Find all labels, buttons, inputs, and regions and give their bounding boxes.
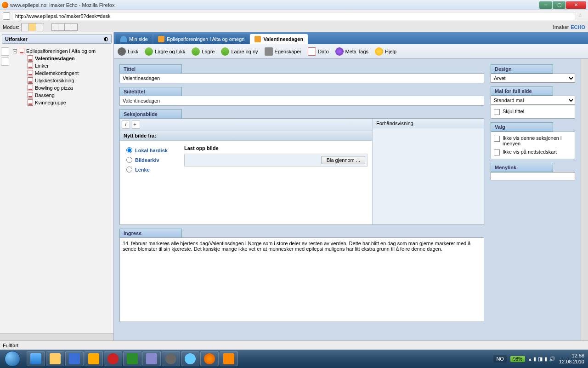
date-icon [308, 47, 316, 56]
source-option[interactable]: Lokal hardisk [126, 147, 178, 153]
view-btn-1[interactable] [52, 24, 58, 30]
date-button[interactable]: Dato [308, 47, 328, 56]
source-label: Bildearkiv [135, 157, 159, 163]
task-firefox[interactable] [200, 351, 219, 366]
system-tray: NO 98% ▴ ▮ ◨ ▮ 🔊 12:58 12.08.2010 [493, 353, 588, 365]
info-icon[interactable]: i [122, 121, 130, 129]
valg1-row[interactable]: Ikke vis denne seksjonen i menyen [493, 134, 573, 148]
upload-path-input[interactable] [187, 156, 319, 164]
tree-item[interactable]: Linker [27, 62, 112, 69]
clock-date: 12.08.2010 [559, 359, 584, 365]
tray-action-icon[interactable]: ◨ [538, 356, 543, 362]
help-icon [375, 47, 383, 56]
view-btn-4[interactable] [71, 24, 78, 30]
view-btn-3[interactable] [65, 24, 71, 30]
tree-item-label: Bowling og pizza [35, 85, 73, 91]
brand-imaker: imaker [553, 24, 569, 30]
radio-icon[interactable] [126, 157, 132, 163]
tray-flag-icon[interactable]: ▮ [533, 356, 536, 362]
modus-btn-3[interactable] [36, 23, 44, 31]
tree-toggle-icon[interactable]: − [13, 49, 17, 53]
task-explorer[interactable] [46, 351, 64, 366]
task-ie[interactable] [27, 351, 45, 366]
sidebar-title: Utforsker [5, 36, 28, 42]
design-select[interactable]: Arvet [491, 74, 575, 83]
task-itunes[interactable] [181, 351, 199, 366]
tittel-input[interactable] [119, 73, 484, 83]
close-button[interactable]: Lukk [118, 47, 138, 56]
tab-icon [158, 36, 164, 42]
add-image-icon[interactable]: ＋ [132, 121, 140, 129]
tree-item[interactable]: Ulykkesforsikning [27, 77, 112, 84]
page-icon [28, 77, 33, 84]
sidebar-hscroll[interactable] [0, 333, 113, 340]
task-calc[interactable] [142, 351, 161, 366]
valg2-row[interactable]: Ikke vis på nettstedskart [493, 148, 573, 157]
task-excel[interactable] [123, 351, 141, 366]
main: Min sideEpilepsiforeningen i Alta og ome… [114, 32, 588, 340]
clock[interactable]: 12:58 12.08.2010 [559, 353, 584, 365]
browse-button[interactable]: Bla gjennom ... [322, 156, 365, 164]
checkbox-icon [494, 150, 500, 155]
start-button[interactable] [0, 350, 25, 368]
view-btn-2[interactable] [58, 24, 65, 30]
save-icon [192, 47, 200, 56]
radio-icon[interactable] [126, 167, 132, 172]
tree-tool-icon[interactable] [1, 47, 9, 56]
radio-icon[interactable] [126, 147, 132, 153]
meta-icon [335, 47, 344, 56]
minimize-button[interactable]: ─ [539, 1, 552, 9]
tray-volume-icon[interactable]: 🔊 [549, 356, 555, 362]
source-option[interactable]: Lenke [126, 167, 178, 172]
tree-item[interactable]: Basseng [27, 92, 112, 99]
tray-network-icon[interactable]: ▮ [544, 356, 547, 362]
toolbar: Lukk Lagre og lukk Lagre Lagre og ny Ege… [114, 44, 588, 59]
menylink-label: Menylink [491, 163, 553, 172]
tree-item[interactable]: Kvinnegruppe [27, 99, 112, 106]
modus-btn-2[interactable] [29, 23, 36, 31]
source-option[interactable]: Bildearkiv [126, 157, 178, 163]
app-tab[interactable]: Valentinesdagen [250, 34, 308, 44]
save-button[interactable]: Lagre [192, 47, 215, 56]
tab-label: Min side [129, 36, 148, 42]
save-new-button[interactable]: Lagre og ny [221, 47, 258, 56]
bookmark-star-icon[interactable]: ☆ [578, 12, 585, 20]
ingress-textarea[interactable]: 14. februar markeres alle hjertens dag/V… [119, 237, 484, 322]
window-title: www.epilepsi.no: Imaker Echo - Mozilla F… [10, 2, 539, 8]
help-button[interactable]: Hjelp [375, 47, 396, 56]
tree-item-label: Medlemskontingent [35, 70, 79, 76]
tree-item[interactable]: Bowling og pizza [27, 84, 112, 92]
tree-item-label: Ulykkesforsikning [35, 78, 74, 83]
app-tab[interactable]: Epilepsiforeningen i Alta og omegn [153, 34, 249, 44]
tree-item[interactable]: Valentinesdagen [27, 55, 112, 62]
lang-indicator[interactable]: NO [493, 355, 507, 362]
task-app[interactable] [162, 351, 180, 366]
task-outlook[interactable] [85, 351, 103, 366]
search-tool-icon[interactable] [1, 58, 9, 66]
brand-echo: ECHO [571, 24, 585, 30]
skjul-tittel-row[interactable]: Skjul tittel [493, 107, 573, 116]
maximize-button[interactable]: ▢ [553, 1, 565, 9]
firefox-icon [2, 2, 8, 8]
tree-item[interactable]: Medlemskontingent [27, 69, 112, 77]
meta-button[interactable]: Meta Tags [335, 47, 369, 56]
url-input[interactable]: http://www.epilepsi.no/imaker5?desk=desk [12, 12, 576, 20]
vertical-scrollbar[interactable] [581, 59, 588, 340]
sidebar-header[interactable]: Utforsker ◐ [2, 34, 112, 44]
sidetittel-input[interactable] [119, 96, 484, 106]
menylink-input[interactable] [491, 172, 575, 180]
task-word[interactable] [65, 351, 84, 366]
close-button[interactable]: ✕ [566, 1, 586, 9]
task-paint[interactable] [220, 351, 238, 366]
app-tab[interactable]: Min side [116, 34, 153, 44]
tray-chevron-icon[interactable]: ▴ [529, 356, 531, 362]
modus-btn-1[interactable] [22, 23, 29, 31]
task-opera[interactable] [104, 351, 122, 366]
tree-root[interactable]: − Epilepsiforeningen i Alta og om [12, 47, 112, 55]
battery-indicator[interactable]: 98% [510, 356, 525, 362]
save-close-button[interactable]: Lagre og lukk [145, 47, 185, 56]
modus-bar: Modus: imaker ECHO [0, 22, 588, 32]
properties-button[interactable]: Egenskaper [265, 47, 302, 56]
mal-select[interactable]: Standard mal [491, 96, 575, 105]
sidebar-collapse-icon[interactable]: ◐ [104, 36, 108, 42]
